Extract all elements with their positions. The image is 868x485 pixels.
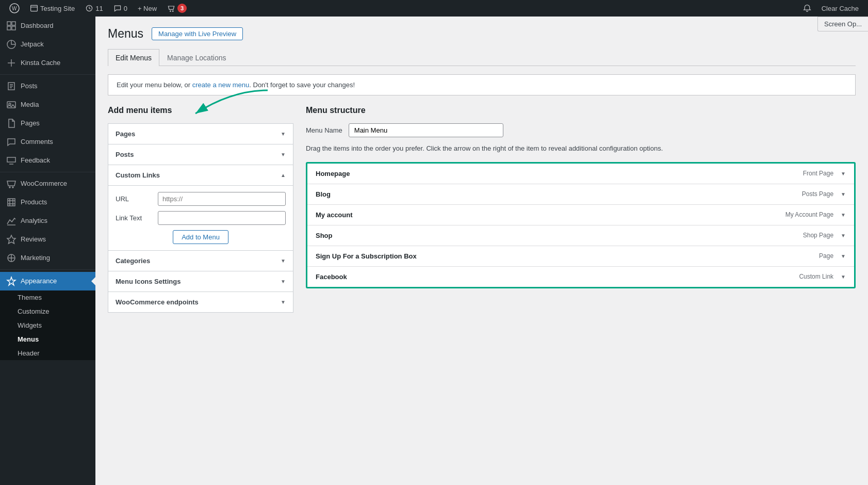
sidebar-item-feedback[interactable]: Feedback [0,151,95,170]
two-col-layout: Add menu items Pages [108,106,856,313]
sidebar-item-marketing[interactable]: Marketing [0,249,95,267]
sidebar-label-comments: Comments [21,137,53,147]
accordion-pages-header[interactable]: Pages ▼ [108,124,293,144]
sign-up-expand-icon[interactable]: ▼ [841,253,846,259]
comments-count: 0 [124,5,127,12]
url-row: URL [116,192,286,206]
svg-rect-9 [7,26,11,30]
add-menu-items-col: Add menu items Pages [108,106,293,313]
sidebar-label-marketing: Marketing [21,253,50,263]
menu-description: Drag the items into the order you prefer… [306,143,856,154]
sidebar-item-pages[interactable]: Pages [0,114,95,133]
my-account-expand-icon[interactable]: ▼ [841,212,846,218]
svg-rect-8 [12,22,15,25]
page-header: Menus Manage with Live Preview [108,27,856,41]
accordion-pages: Pages ▼ [108,123,293,144]
sidebar-item-analytics[interactable]: Analytics [0,212,95,230]
admin-bar: W Testing Site 11 0 + New 3 [0,0,868,17]
tab-edit-menus[interactable]: Edit Menus [108,49,159,66]
sidebar-submenu-widgets[interactable]: Widgets [0,318,95,332]
sidebar-label-appearance: Appearance [21,277,57,286]
sidebar-item-appearance[interactable]: Appearance [0,272,95,290]
info-bar: Edit your menu below, or create a new me… [108,74,856,95]
accordion-categories-header[interactable]: Categories ▼ [108,251,293,271]
menu-name-input[interactable] [349,123,503,137]
page-title: Menus [108,27,143,41]
sidebar-submenu-themes[interactable]: Themes [0,290,95,304]
sidebar-submenu-appearance: Themes Customize Widgets Menus Header [0,290,95,360]
menu-structure-header: Menu structure [306,106,856,115]
accordion-categories: Categories ▼ [108,251,293,271]
menu-item-shop[interactable]: Shop Shop Page ▼ [307,225,854,246]
menu-item-facebook-right: Custom Link ▼ [799,273,846,280]
create-new-menu-link[interactable]: create a new menu [192,81,250,89]
sidebar-item-comments[interactable]: Comments [0,133,95,151]
sidebar-item-kinsta[interactable]: Kinsta Cache [0,54,95,72]
menu-item-facebook[interactable]: Facebook Custom Link ▼ [307,267,854,287]
blog-expand-icon[interactable]: ▼ [841,191,846,197]
sidebar-item-reviews[interactable]: Reviews [0,230,95,249]
sidebar-label-dashboard: Dashboard [21,21,54,30]
sidebar-submenu-customize[interactable]: Customize [0,304,95,318]
url-input[interactable] [158,192,286,206]
svg-point-5 [170,11,171,12]
clear-cache-btn[interactable]: Clear Cache [816,0,864,17]
menu-item-blog-right: Posts Page ▼ [802,190,846,198]
screen-options-btn[interactable]: Screen Op... [817,17,868,31]
woo-btn[interactable]: 3 [162,0,192,17]
menu-item-sign-up[interactable]: Sign Up For a Subscription Box Page ▼ [307,246,854,267]
custom-links-chevron-icon: ▲ [281,172,286,178]
menu-item-blog[interactable]: Blog Posts Page ▼ [307,184,854,205]
menu-items-box: Homepage Front Page ▼ Blog Posts Page ▼ [306,162,856,288]
svg-rect-10 [12,26,15,30]
live-preview-btn[interactable]: Manage with Live Preview [152,27,243,40]
sidebar-submenu-header[interactable]: Header [0,346,95,360]
facebook-expand-icon[interactable]: ▼ [841,274,846,280]
url-label: URL [116,195,152,203]
accordion-custom-links-header[interactable]: Custom Links ▲ [108,165,293,185]
notifications-btn[interactable] [798,0,816,17]
sidebar-item-dashboard[interactable]: Dashboard [0,17,95,35]
homepage-expand-icon[interactable]: ▼ [841,171,846,176]
updates-btn[interactable]: 11 [80,0,108,17]
svg-rect-7 [7,22,11,25]
wp-logo-btn[interactable]: W [4,0,25,17]
menu-item-my-account-right: My Account Page ▼ [785,211,846,218]
sidebar-item-products[interactable]: Products [0,193,95,212]
comments-btn[interactable]: 0 [108,0,133,17]
accordion-menu-icons: Menu Icons Settings ▼ [108,271,293,292]
sidebar-sep-1 [0,74,95,75]
menu-item-my-account[interactable]: My account My Account Page ▼ [307,205,854,225]
sidebar-label-analytics: Analytics [21,216,47,225]
accordion-posts-header[interactable]: Posts ▼ [108,144,293,165]
shop-expand-icon[interactable]: ▼ [841,233,846,238]
sidebar-item-woocommerce[interactable]: WooCommerce [0,174,95,193]
link-text-input[interactable] [158,211,286,225]
sidebar-submenu-menus[interactable]: Menus [0,332,95,346]
menu-name-label: Menu Name [306,126,342,134]
menu-name-row: Menu Name [306,123,856,137]
menu-item-homepage[interactable]: Homepage Front Page ▼ [307,164,854,184]
menu-item-shop-right: Shop Page ▼ [803,232,846,239]
categories-chevron-icon: ▼ [281,258,286,264]
sidebar-item-jetpack[interactable]: Jetpack [0,35,95,54]
add-to-menu-btn[interactable]: Add to Menu [173,230,228,244]
sidebar-item-posts[interactable]: Posts [0,77,95,95]
accordion-menu-icons-header[interactable]: Menu Icons Settings ▼ [108,271,293,292]
sidebar-item-media[interactable]: Media [0,95,95,114]
svg-point-6 [173,11,174,12]
new-btn[interactable]: + New [133,0,162,17]
sidebar-label-feedback: Feedback [21,156,50,165]
info-text-after: . Don't forget to save your changes! [249,81,355,89]
updates-count: 11 [95,5,103,12]
site-name-btn[interactable]: Testing Site [25,0,80,17]
link-text-row: Link Text [116,211,286,225]
svg-text:W: W [12,6,17,11]
pages-chevron-icon: ▼ [281,131,286,137]
posts-chevron-icon: ▼ [281,152,286,157]
accordion-woo-endpoints-header[interactable]: WooCommerce endpoints ▼ [108,292,293,312]
info-text-before: Edit your menu below, or [117,81,192,89]
sidebar-sep-2 [0,172,95,172]
woo-endpoints-chevron-icon: ▼ [281,299,286,305]
tab-manage-locations[interactable]: Manage Locations [159,49,234,66]
